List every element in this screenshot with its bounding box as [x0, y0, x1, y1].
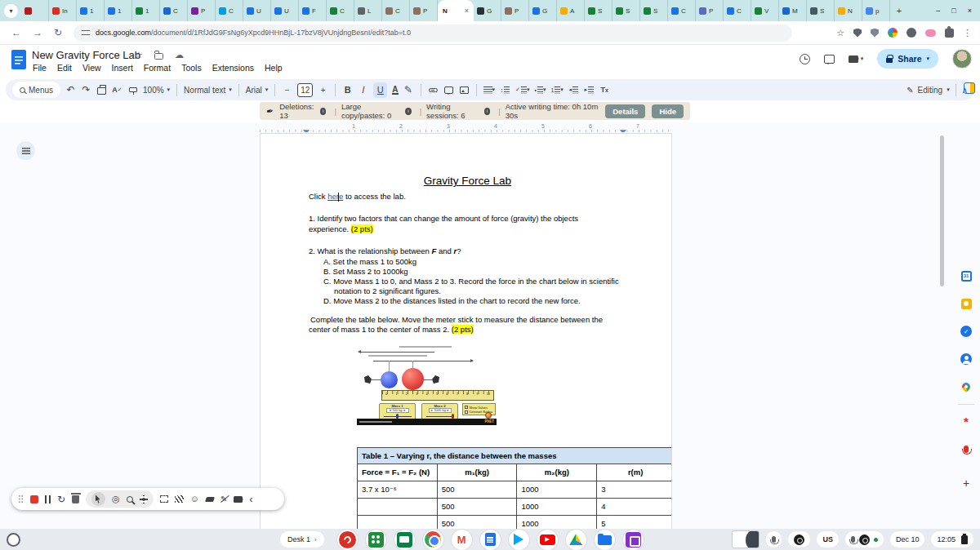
paint-format-icon[interactable]: [129, 87, 137, 92]
browser-tab[interactable]: C: [160, 0, 188, 21]
numbered-list-button[interactable]: 1▾: [550, 82, 563, 97]
font-size-decrease[interactable]: −: [282, 82, 292, 97]
menu-item[interactable]: File: [33, 63, 47, 73]
zoom-cursor-icon[interactable]: [127, 496, 133, 503]
share-dropdown-icon[interactable]: ▾: [926, 55, 929, 62]
color-wheel-extension-icon[interactable]: [888, 28, 898, 38]
browser-tab[interactable]: L: [354, 0, 382, 21]
italic-button[interactable]: I: [358, 85, 368, 95]
bold-button[interactable]: B: [342, 85, 353, 95]
browser-tab[interactable]: P: [696, 0, 724, 21]
user-avatar[interactable]: [952, 49, 972, 69]
table-row[interactable]: 500 1000 5: [358, 516, 673, 530]
desk-switcher[interactable]: Desk 1 ›: [280, 531, 324, 548]
complete-line-1[interactable]: Complete the table below. Move the meter…: [310, 315, 603, 325]
browser-tab[interactable]: p: [862, 0, 890, 21]
insert-link-icon[interactable]: [429, 88, 438, 92]
docs-logo-icon[interactable]: [11, 50, 26, 69]
eraser-tool-icon[interactable]: [205, 497, 215, 502]
menu-item[interactable]: Help: [265, 63, 283, 73]
decrease-indent-button[interactable]: ◂: [568, 82, 579, 97]
pen-off-icon[interactable]: ✎: [220, 495, 227, 503]
move-folder-icon[interactable]: [154, 53, 163, 60]
cell-r[interactable]: 3: [597, 481, 672, 499]
browser-tab[interactable]: N: [835, 0, 862, 21]
add-addon-icon[interactable]: +: [960, 477, 973, 490]
emoji-tool-icon[interactable]: ☺: [190, 495, 199, 503]
browser-tab[interactable]: C: [216, 0, 243, 21]
menu-item[interactable]: Edit: [57, 63, 72, 73]
pointer-tool-selected[interactable]: [91, 492, 105, 506]
recording-indicator-pill[interactable]: [788, 531, 810, 548]
docs-app-icon[interactable]: [480, 530, 501, 550]
gmail-icon[interactable]: M: [452, 530, 472, 550]
calendar-icon[interactable]: 31: [960, 269, 973, 282]
browser-tab[interactable]: 1: [105, 0, 132, 21]
col-r[interactable]: r(m): [597, 464, 672, 481]
bulleted-list-button[interactable]: •▾: [534, 82, 546, 97]
hide-button[interactable]: Hide: [652, 104, 684, 118]
checklist-button[interactable]: ✓▾: [515, 82, 529, 97]
browser-tab[interactable]: 1: [77, 0, 105, 21]
info-icon[interactable]: i: [484, 108, 491, 115]
font-size-increase[interactable]: +: [318, 82, 328, 97]
comments-icon[interactable]: [824, 55, 835, 64]
col-m2[interactable]: m₂(kg): [517, 464, 597, 481]
browser-tab[interactable]: S: [585, 0, 612, 21]
line-spacing-button[interactable]: ↕: [500, 82, 510, 97]
shield-extension-icon[interactable]: [853, 29, 862, 38]
side-panel-icon[interactable]: [964, 82, 975, 94]
menu-item[interactable]: Extensions: [212, 63, 254, 73]
back-button[interactable]: ←: [11, 27, 21, 38]
browser-tab[interactable]: In: [49, 0, 77, 21]
address-bar[interactable]: docs.google.com/document/d/1RfJdG9FsNg6y…: [74, 24, 792, 42]
pause-button[interactable]: [45, 495, 51, 503]
cell-m1[interactable]: 500: [437, 516, 517, 530]
contacts-icon[interactable]: [960, 353, 973, 366]
item-c-line-2[interactable]: notation to 2 significant figures.: [334, 286, 441, 296]
redo-button[interactable]: ↷: [81, 82, 91, 97]
share-button[interactable]: Share ▾: [877, 49, 938, 69]
cell-r[interactable]: 5: [597, 516, 672, 530]
item-b[interactable]: B. Set Mass 2 to 1000kg: [323, 267, 408, 277]
maximize-button[interactable]: □: [951, 7, 956, 15]
browser-tab[interactable]: G: [529, 0, 557, 21]
recorder-app-icon[interactable]: [337, 530, 358, 550]
insert-image-icon[interactable]: [460, 86, 469, 94]
mass-2-panel[interactable]: Mass 2 ◂1000 kg▸: [421, 403, 458, 419]
meet-call-button[interactable]: ▾: [849, 55, 864, 63]
extensions-puzzle-icon[interactable]: [945, 29, 954, 38]
cell-m2[interactable]: 1000: [517, 481, 597, 499]
show-outline-button[interactable]: [16, 141, 35, 160]
increase-indent-button[interactable]: ▸: [584, 82, 595, 97]
document-title[interactable]: New Gravity Force Lab: [32, 49, 140, 61]
delete-recording-icon[interactable]: [72, 495, 79, 503]
voice-mic-icon[interactable]: [960, 442, 973, 455]
drag-handle-icon[interactable]: [18, 495, 24, 503]
browser-tab[interactable]: P: [410, 0, 438, 21]
cell-m1[interactable]: 500: [437, 499, 517, 516]
mass-1-panel[interactable]: Mass 1 ◂500 kg▸: [379, 403, 416, 419]
minimize-button[interactable]: –: [936, 7, 940, 15]
scrollbar-thumb[interactable]: [940, 135, 944, 286]
tasks-icon[interactable]: ✓: [960, 325, 973, 338]
close-button[interactable]: ×: [968, 7, 972, 15]
input-method-button[interactable]: US: [817, 531, 839, 548]
zoom-select[interactable]: 100%▾: [143, 86, 170, 95]
table-row[interactable]: 3.7 x 10⁻⁶ 500 1000 3: [358, 481, 673, 499]
mass-2-slider[interactable]: [426, 416, 454, 417]
question-1-line-1[interactable]: 1. Identify two factors that can change …: [309, 214, 578, 224]
chrome-icon[interactable]: [423, 530, 443, 550]
cell-m2[interactable]: 1000: [517, 499, 597, 516]
browser-tab[interactable]: M: [779, 0, 807, 21]
browser-tab[interactable]: S: [640, 0, 668, 21]
browser-tab[interactable]: [21, 0, 49, 21]
webcam-toggle-icon[interactable]: [234, 496, 243, 503]
menu-item[interactable]: Tools: [181, 63, 202, 73]
intro-line[interactable]: Click here to access the lab.: [309, 192, 406, 202]
cell-r[interactable]: 4: [597, 499, 672, 516]
bookmark-star-icon[interactable]: ☆: [836, 28, 844, 38]
add-comment-icon[interactable]: [444, 86, 453, 94]
cell-m2[interactable]: 1000: [517, 516, 597, 530]
scribble-pen-icon[interactable]: [175, 495, 184, 503]
